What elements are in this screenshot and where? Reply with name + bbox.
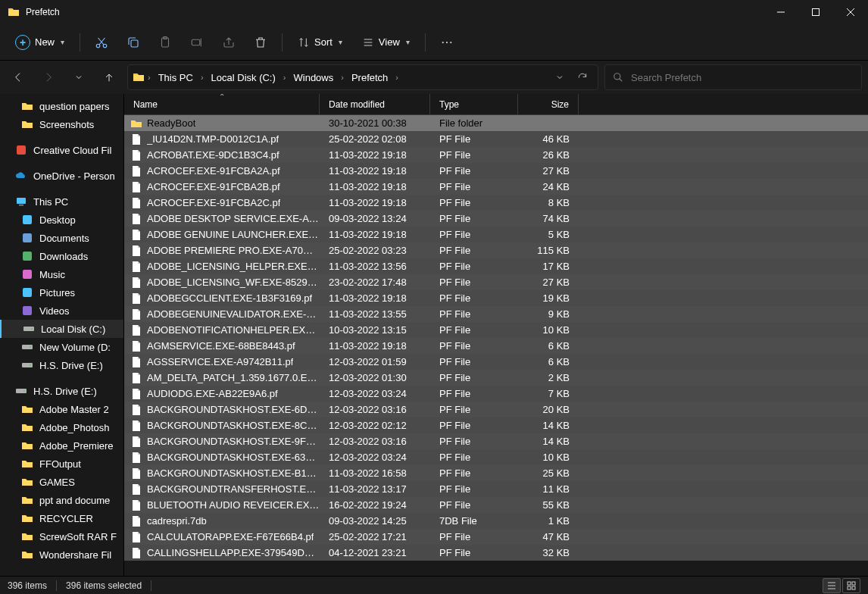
breadcrumb[interactable]: This PC bbox=[154, 69, 198, 86]
col-size[interactable]: Size bbox=[518, 94, 579, 114]
sidebar-item[interactable]: Documents bbox=[0, 229, 123, 247]
sort-button[interactable]: Sort ▾ bbox=[290, 29, 350, 56]
sidebar-item[interactable]: GAMES bbox=[0, 473, 123, 491]
sidebar-item[interactable]: ScrewSoft RAR F bbox=[0, 527, 123, 546]
sidebar-item[interactable]: Pictures bbox=[0, 283, 123, 302]
sort-icon bbox=[298, 36, 310, 48]
table-row[interactable]: ACROCEF.EXE-91FCBA2B.pf11-03-2022 19:18P… bbox=[124, 179, 868, 195]
maximize-button[interactable] bbox=[798, 0, 833, 24]
sidebar-item[interactable]: RECYCLER bbox=[0, 509, 123, 527]
address-bar[interactable]: › This PC›Local Disk (C:)›Windows›Prefet… bbox=[127, 64, 598, 90]
table-row[interactable]: BACKGROUNDTASKHOST.EXE-9F2EE4C2.pf12-03-… bbox=[124, 433, 868, 449]
table-row[interactable]: ADOBEGENUINEVALIDATOR.EXE-2BCAF8...11-03… bbox=[124, 306, 868, 322]
sidebar-item[interactable]: question papers bbox=[0, 97, 123, 115]
table-row[interactable]: ACROBAT.EXE-9DC1B3C4.pf11-03-2022 19:18P… bbox=[124, 147, 868, 163]
share-icon[interactable] bbox=[215, 29, 242, 56]
table-row[interactable]: ADOBEGCCLIENT.EXE-1B3F3169.pf11-03-2022 … bbox=[124, 290, 868, 306]
file-icon bbox=[130, 292, 142, 305]
copy-icon[interactable] bbox=[120, 29, 147, 56]
table-row[interactable]: ADOBE GENUINE LAUNCHER.EXE-8BD95...11-03… bbox=[124, 227, 868, 242]
view-large-icon[interactable] bbox=[842, 578, 860, 593]
recent-button[interactable] bbox=[67, 65, 91, 89]
col-type[interactable]: Type bbox=[430, 94, 518, 114]
sidebar-item[interactable]: Music bbox=[0, 265, 123, 283]
table-row[interactable]: AGMSERVICE.EXE-68BE8443.pf11-03-2022 19:… bbox=[124, 338, 868, 354]
file-type: PF File bbox=[430, 292, 518, 304]
table-row[interactable]: AGSSERVICE.EXE-A9742B11.pf12-03-2022 01:… bbox=[124, 354, 868, 370]
sidebar-item[interactable]: New Volume (D: bbox=[0, 338, 123, 356]
table-row[interactable]: ACROCEF.EXE-91FCBA2A.pf11-03-2022 19:18P… bbox=[124, 163, 868, 179]
sidebar-item[interactable]: Adobe_Premiere bbox=[0, 436, 123, 455]
table-row[interactable]: AUDIODG.EXE-AB22E9A6.pf12-03-2022 03:24P… bbox=[124, 386, 868, 402]
sidebar-item-label: question papers bbox=[39, 101, 110, 112]
sidebar-item[interactable]: H.S. Drive (E:) bbox=[0, 382, 123, 400]
table-row[interactable]: ADOBE_LICENSING_HELPER.EXE-A7EF9B...11-0… bbox=[124, 258, 868, 274]
breadcrumb[interactable]: Prefetch bbox=[347, 69, 392, 86]
table-row[interactable]: ADOBE_LICENSING_WF.EXE-85291397.pf23-02-… bbox=[124, 274, 868, 290]
table-row[interactable]: BACKGROUNDTASKHOST.EXE-8CBD7053...12-03-… bbox=[124, 417, 868, 433]
file-icon bbox=[130, 213, 142, 225]
search-box[interactable] bbox=[604, 64, 862, 90]
sidebar-item-label: Downloads bbox=[39, 251, 88, 262]
sidebar-item[interactable]: Downloads bbox=[0, 247, 123, 265]
file-list[interactable]: ReadyBoot30-10-2021 00:38File folder_IU1… bbox=[124, 115, 868, 576]
sidebar-item[interactable]: Adobe Master 2 bbox=[0, 400, 123, 418]
breadcrumb[interactable]: Windows bbox=[289, 69, 339, 86]
table-row[interactable]: AM_DELTA_PATCH_1.359.1677.0.E-3139A...12… bbox=[124, 370, 868, 386]
back-button[interactable] bbox=[6, 65, 30, 89]
svg-rect-30 bbox=[848, 586, 851, 589]
svg-rect-28 bbox=[848, 582, 851, 585]
sidebar-item[interactable]: Creative Cloud Fil bbox=[0, 141, 123, 159]
sidebar-item-label: New Volume (D: bbox=[39, 342, 111, 353]
table-row[interactable]: BACKGROUNDTASKHOST.EXE-B16326C0.pf11-03-… bbox=[124, 465, 868, 481]
delete-icon[interactable] bbox=[247, 29, 274, 56]
table-row[interactable]: CALLINGSHELLAPP.EXE-379549D2.pf04-12-202… bbox=[124, 545, 868, 561]
table-row[interactable]: _IU14D2N.TMP-D0012C1A.pf25-02-2022 02:08… bbox=[124, 131, 868, 147]
sidebar-item[interactable]: OneDrive - Person bbox=[0, 167, 123, 185]
cut-icon[interactable] bbox=[88, 29, 115, 56]
table-row[interactable]: CALCULATORAPP.EXE-F67E66B4.pf25-02-2022 … bbox=[124, 529, 868, 545]
sidebar-item[interactable]: H.S. Drive (E:) bbox=[0, 356, 123, 374]
sidebar[interactable]: question papersScreenshotsCreative Cloud… bbox=[0, 94, 123, 576]
sidebar-item[interactable]: Local Disk (C:) bbox=[0, 320, 123, 338]
paste-icon[interactable] bbox=[151, 29, 179, 56]
table-row[interactable]: BLUETOOTH AUDIO REVEICER.EXE-547EC...16-… bbox=[124, 497, 868, 513]
more-icon[interactable] bbox=[433, 29, 461, 56]
file-date: 12-03-2022 01:30 bbox=[320, 372, 430, 383]
minimize-button[interactable] bbox=[763, 0, 798, 24]
sidebar-item[interactable]: Desktop bbox=[0, 211, 123, 229]
sidebar-item[interactable]: Videos bbox=[0, 302, 123, 320]
sidebar-item[interactable]: Screenshots bbox=[0, 115, 123, 133]
new-button[interactable]: + New ▾ bbox=[8, 29, 72, 56]
sidebar-item[interactable]: Adobe_Photosh bbox=[0, 418, 123, 436]
sidebar-item[interactable]: Wondershare Fil bbox=[0, 546, 123, 564]
sidebar-item[interactable]: This PC bbox=[0, 192, 123, 211]
table-row[interactable]: BACKGROUNDTRANSFERHOST.EXE-DB32...11-03-… bbox=[124, 481, 868, 497]
search-input[interactable] bbox=[631, 72, 854, 83]
table-row[interactable]: BACKGROUNDTASKHOST.EXE-63F11000.pf12-03-… bbox=[124, 449, 868, 465]
sidebar-item[interactable]: ppt and docume bbox=[0, 491, 123, 509]
file-icon bbox=[130, 197, 142, 209]
table-row[interactable]: ACROCEF.EXE-91FCBA2C.pf11-03-2022 19:18P… bbox=[124, 195, 868, 211]
file-name: CALLINGSHELLAPP.EXE-379549D2.pf bbox=[147, 547, 320, 558]
col-date[interactable]: Date modified bbox=[320, 94, 430, 114]
table-row[interactable]: BACKGROUNDTASKHOST.EXE-6D58042C.pf12-03-… bbox=[124, 402, 868, 417]
breadcrumb[interactable]: Local Disk (C:) bbox=[207, 69, 280, 86]
history-dropdown[interactable] bbox=[549, 67, 570, 88]
table-row[interactable]: cadrespri.7db09-03-2022 14:257DB File1 K… bbox=[124, 513, 868, 529]
sidebar-item[interactable]: FFOutput bbox=[0, 455, 123, 473]
table-row[interactable]: ADOBENOTIFICATIONHELPER.EXE-25CC...10-03… bbox=[124, 322, 868, 338]
table-row[interactable]: ReadyBoot30-10-2021 00:38File folder bbox=[124, 115, 868, 131]
up-button[interactable] bbox=[97, 65, 121, 89]
view-button[interactable]: View ▾ bbox=[354, 29, 417, 56]
rename-icon[interactable] bbox=[183, 29, 211, 56]
view-details-icon[interactable] bbox=[823, 578, 841, 593]
col-name[interactable]: Name⌃ bbox=[124, 94, 320, 114]
file-date: 11-03-2022 19:18 bbox=[320, 292, 430, 304]
close-button[interactable] bbox=[833, 0, 868, 24]
view-icon bbox=[362, 36, 374, 48]
forward-button[interactable] bbox=[36, 65, 61, 89]
refresh-button[interactable] bbox=[572, 67, 593, 88]
table-row[interactable]: ADOBE PREMIERE PRO.EXE-A70C860E.pf25-02-… bbox=[124, 242, 868, 258]
table-row[interactable]: ADOBE DESKTOP SERVICE.EXE-A2925451.pf09-… bbox=[124, 211, 868, 227]
